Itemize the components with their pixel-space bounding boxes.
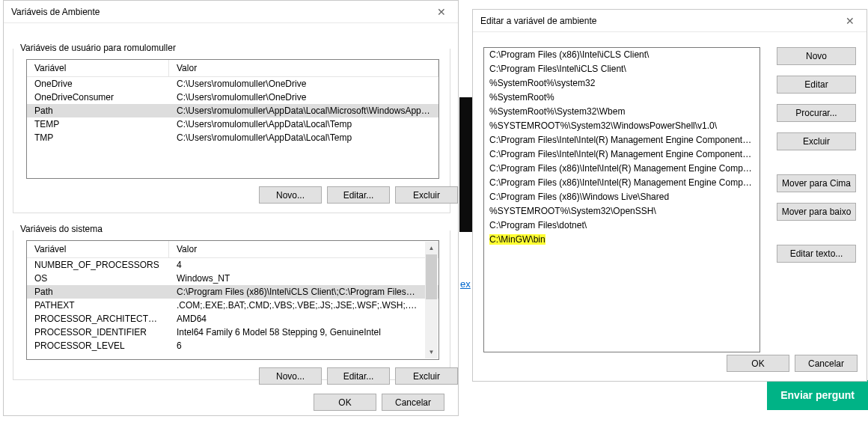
list-item[interactable]: %SYSTEMROOT%\System32\WindowsPowerShell\… bbox=[484, 119, 760, 133]
cell-var: PROCESSOR_LEVEL bbox=[27, 339, 169, 352]
close-icon[interactable]: ✕ bbox=[424, 1, 458, 23]
table-row[interactable]: PROCESSOR_LEVEL6 bbox=[27, 339, 438, 352]
path-new-label: Novo bbox=[806, 51, 827, 61]
cell-val: C:\Program Files (x86)\Intel\iCLS Client… bbox=[169, 285, 424, 299]
path-edit-label: Editar bbox=[804, 79, 828, 90]
table-row[interactable]: OSWindows_NT bbox=[27, 272, 438, 285]
list-item[interactable]: %SystemRoot% bbox=[484, 91, 760, 105]
list-item[interactable]: %SystemRoot%\system32 bbox=[484, 76, 760, 91]
sys-scrollbar[interactable]: ▲ ▼ bbox=[425, 242, 438, 358]
table-row[interactable]: PROCESSOR_ARCHITECTUREAMD64 bbox=[27, 312, 438, 326]
list-item[interactable]: C:\Program Files\dotnet\ bbox=[484, 219, 760, 233]
cell-var: OS bbox=[27, 272, 169, 285]
list-item[interactable]: %SYSTEMROOT%\System32\OpenSSH\ bbox=[484, 204, 760, 219]
env-cancel-button[interactable]: Cancelar bbox=[382, 394, 444, 411]
env-ok-button[interactable]: OK bbox=[314, 394, 376, 411]
cell-var: Path bbox=[27, 285, 169, 299]
cell-val: C:\Users\romulomuller\OneDrive bbox=[169, 91, 438, 104]
sys-edit-label: Editar... bbox=[343, 371, 374, 382]
cell-val: AMD64 bbox=[169, 312, 424, 326]
cell-val: Intel64 Family 6 Model 58 Stepping 9, Ge… bbox=[169, 326, 424, 339]
path-del-button[interactable]: Excluir bbox=[777, 132, 856, 150]
highlighted-path: C:\MinGW\bin bbox=[489, 234, 545, 245]
list-item[interactable]: C:\Program Files\Intel\Intel(R) Manageme… bbox=[484, 133, 760, 147]
env-cancel-label: Cancelar bbox=[395, 397, 431, 408]
edit-path-dialog: Editar a variável de ambiente ✕ C:\Progr… bbox=[472, 9, 867, 382]
table-row[interactable]: TMPC:\Users\romulomuller\AppData\Local\T… bbox=[27, 131, 438, 144]
list-item[interactable]: C:\Program Files\Intel\iCLS Client\ bbox=[484, 62, 760, 76]
path-down-label: Mover para baixo bbox=[782, 207, 852, 217]
cell-val: 6 bbox=[169, 339, 424, 352]
send-question-button[interactable]: Enviar pergunt bbox=[767, 380, 868, 410]
sys-table-header: Variável Valor bbox=[27, 241, 438, 258]
list-item[interactable]: %SystemRoot%\System32\Wbem bbox=[484, 105, 760, 119]
path-up-label: Mover para Cima bbox=[782, 178, 851, 189]
table-row[interactable]: OneDriveC:\Users\romulomuller\OneDrive bbox=[27, 77, 438, 91]
send-question-label: Enviar pergunt bbox=[780, 389, 855, 401]
user-edit-button[interactable]: Editar... bbox=[327, 186, 390, 204]
path-del-label: Excluir bbox=[803, 136, 830, 147]
cell-val: .COM;.EXE;.BAT;.CMD;.VBS;.VBE;.JS;.JSE;.… bbox=[169, 299, 424, 312]
background-link[interactable]: ex bbox=[460, 278, 471, 290]
list-item[interactable]: C:\Program Files\Intel\Intel(R) Manageme… bbox=[484, 147, 760, 162]
table-row[interactable]: PathC:\Users\romulomuller\AppData\Local\… bbox=[27, 104, 438, 117]
edit-cancel-label: Cancelar bbox=[808, 358, 844, 369]
cell-var: PROCESSOR_IDENTIFIER bbox=[27, 326, 169, 339]
list-item[interactable]: C:\Program Files (x86)\Windows Live\Shar… bbox=[484, 190, 760, 204]
user-col-val[interactable]: Valor bbox=[169, 60, 438, 77]
path-browse-button[interactable]: Procurar... bbox=[777, 104, 856, 122]
table-row[interactable]: TEMPC:\Users\romulomuller\AppData\Local\… bbox=[27, 117, 438, 131]
close-icon[interactable]: ✕ bbox=[833, 10, 867, 32]
list-item[interactable]: C:\Program Files (x86)\Intel\Intel(R) Ma… bbox=[484, 162, 760, 176]
user-table-header: Variável Valor bbox=[27, 60, 438, 77]
list-item[interactable]: C:\Program Files (x86)\Intel\iCLS Client… bbox=[484, 48, 760, 62]
cell-var: TEMP bbox=[27, 117, 169, 131]
user-vars-table[interactable]: Variável Valor OneDriveC:\Users\romulomu… bbox=[26, 59, 439, 179]
user-edit-label: Editar... bbox=[343, 190, 374, 201]
edit-cancel-button[interactable]: Cancelar bbox=[795, 355, 858, 372]
user-col-var[interactable]: Variável bbox=[27, 60, 169, 77]
path-up-button[interactable]: Mover para Cima bbox=[777, 174, 856, 192]
cell-var: PROCESSOR_ARCHITECTURE bbox=[27, 312, 169, 326]
cell-val: 4 bbox=[169, 258, 424, 272]
scroll-thumb[interactable] bbox=[426, 254, 437, 299]
list-item[interactable]: C:\MinGW\bin bbox=[484, 233, 760, 247]
env-title: Variáveis de Ambiente bbox=[11, 7, 100, 17]
scroll-down-icon[interactable]: ▼ bbox=[425, 346, 438, 358]
cell-val: C:\Users\romulomuller\AppData\Local\Temp bbox=[169, 131, 438, 144]
cell-val: Windows_NT bbox=[169, 272, 424, 285]
sys-new-button[interactable]: Novo... bbox=[259, 367, 322, 385]
user-del-button[interactable]: Excluir bbox=[395, 186, 458, 204]
cell-val: C:\Users\romulomuller\AppData\Local\Temp bbox=[169, 117, 438, 131]
user-new-button[interactable]: Novo... bbox=[259, 186, 322, 204]
edit-title: Editar a variável de ambiente bbox=[480, 16, 596, 26]
cell-var: TMP bbox=[27, 131, 169, 144]
table-row[interactable]: OneDriveConsumerC:\Users\romulomuller\On… bbox=[27, 91, 438, 104]
sys-col-val[interactable]: Valor bbox=[169, 241, 438, 258]
path-texto-button[interactable]: Editar texto... bbox=[777, 245, 856, 263]
path-edit-button[interactable]: Editar bbox=[777, 76, 856, 94]
edit-ok-label: OK bbox=[751, 358, 764, 369]
env-ok-label: OK bbox=[338, 397, 351, 408]
path-down-button[interactable]: Mover para baixo bbox=[777, 203, 856, 221]
cell-var: PATHEXT bbox=[27, 299, 169, 312]
user-del-label: Excluir bbox=[413, 190, 440, 201]
sys-edit-button[interactable]: Editar... bbox=[327, 367, 390, 385]
path-new-button[interactable]: Novo bbox=[777, 47, 856, 65]
env-titlebar: Variáveis de Ambiente ✕ bbox=[4, 1, 458, 23]
list-item[interactable]: C:\Program Files (x86)\Intel\Intel(R) Ma… bbox=[484, 176, 760, 190]
scroll-up-icon[interactable]: ▲ bbox=[425, 242, 438, 254]
table-row[interactable]: PathC:\Program Files (x86)\Intel\iCLS Cl… bbox=[27, 285, 438, 299]
edit-ok-button[interactable]: OK bbox=[727, 355, 789, 372]
sys-vars-table[interactable]: Variável Valor NUMBER_OF_PROCESSORS4OSWi… bbox=[26, 240, 439, 360]
cell-val: C:\Users\romulomuller\AppData\Local\Micr… bbox=[169, 104, 438, 117]
env-vars-dialog: Variáveis de Ambiente ✕ Variáveis de usu… bbox=[3, 0, 459, 416]
sys-col-var[interactable]: Variável bbox=[27, 241, 169, 258]
cell-val: C:\Users\romulomuller\OneDrive bbox=[169, 77, 438, 91]
table-row[interactable]: NUMBER_OF_PROCESSORS4 bbox=[27, 258, 438, 272]
sys-del-label: Excluir bbox=[413, 371, 440, 382]
table-row[interactable]: PATHEXT.COM;.EXE;.BAT;.CMD;.VBS;.VBE;.JS… bbox=[27, 299, 438, 312]
table-row[interactable]: PROCESSOR_IDENTIFIERIntel64 Family 6 Mod… bbox=[27, 326, 438, 339]
path-list[interactable]: C:\Program Files (x86)\Intel\iCLS Client… bbox=[483, 47, 760, 352]
sys-del-button[interactable]: Excluir bbox=[395, 367, 458, 385]
